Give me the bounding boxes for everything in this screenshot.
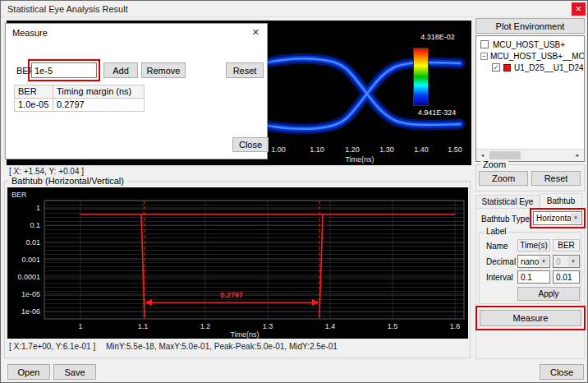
- measure-button[interactable]: Measure: [480, 310, 581, 326]
- name-time-header: Time(s): [517, 239, 550, 251]
- statistical-eye-analysis-window: Statistical Eye Analysis Result ✕ 1.00 1…: [0, 0, 588, 383]
- ber-input[interactable]: [31, 62, 97, 78]
- zoom-group-title: Zoom: [480, 159, 508, 169]
- eye-xtick: 1.00: [271, 145, 286, 154]
- eye-xtick: 1.30: [379, 145, 394, 154]
- checkbox-unchecked[interactable]: [480, 40, 489, 48]
- colorbar-max-label: 4.318E-02: [406, 33, 470, 41]
- tab-bathtub[interactable]: Bathtub: [540, 193, 582, 209]
- zoom-button[interactable]: Zoom: [479, 171, 528, 186]
- measure-dialog-close-button[interactable]: ✕: [252, 27, 260, 38]
- bathtub-minor-gridlines: [44, 201, 464, 319]
- table-cell-ber[interactable]: 1.0e-05: [14, 98, 53, 112]
- eye-cursor-status: [ X: +1.54, Y: +0.04 ]: [9, 167, 84, 176]
- eye-xtick: 1.20: [345, 145, 360, 154]
- scroll-right-icon[interactable]: ►: [572, 150, 584, 161]
- eye-xaxis-label: Time(ns): [345, 155, 374, 164]
- chevron-down-icon: ▼: [571, 213, 581, 224]
- zoom-reset-button[interactable]: Reset: [531, 171, 581, 186]
- bathtub-group-title: Bathtub (Horizontal/Vertical): [9, 176, 126, 186]
- window-titlebar: Statistical Eye Analysis Result ✕: [1, 1, 587, 17]
- bathtub-stats: MinY:5.5e-18, MaxY:5.0e-01, Peak-Peak:5.…: [106, 342, 338, 351]
- colorbar-min-label: 4.941E-324: [402, 108, 471, 117]
- eye-xtick: 1.40: [414, 145, 429, 154]
- interval-ber-input[interactable]: [553, 270, 580, 284]
- reset-button[interactable]: Reset: [226, 62, 264, 78]
- bathtub-ytick: 0.001: [21, 256, 40, 264]
- bathtub-cursor-status: [ X:1.7e+00, Y:6.1e-01 ]: [9, 342, 95, 351]
- tab-statistical-eye[interactable]: Statistical Eye: [475, 195, 540, 209]
- add-button[interactable]: Add: [103, 62, 138, 78]
- bathtub-ytick: 1e-06: [21, 307, 40, 316]
- bathtub-ytick: 1e-05: [21, 290, 40, 298]
- decimal-ber-select: 0 ▼: [553, 255, 580, 268]
- decimal-time-select[interactable]: nano ▼: [517, 255, 550, 268]
- dialog-close-button[interactable]: Close: [232, 137, 269, 152]
- bathtub-xaxis-label: Time(ns): [230, 330, 259, 339]
- bathtub-xtick: 1.5: [388, 322, 398, 330]
- plot-environment-button[interactable]: Plot Environment: [475, 18, 585, 34]
- chevron-down-icon: ▼: [539, 256, 549, 266]
- bathtub-type-select[interactable]: Horizontal ▼: [533, 211, 582, 225]
- window-title: Statistical Eye Analysis Result: [7, 4, 128, 14]
- remove-button[interactable]: Remove: [141, 62, 186, 78]
- bathtub-ytick: 0.0001: [17, 273, 40, 281]
- decimal-label: Decimal: [486, 257, 516, 266]
- close-icon: ✕: [252, 27, 260, 37]
- label-group-title: Label: [484, 227, 508, 236]
- eye-xtick: 1.50: [448, 145, 462, 154]
- eye-xtick: 1.10: [310, 145, 324, 154]
- table-header-ber: BER: [14, 85, 53, 99]
- collapse-expander-icon[interactable]: −: [480, 53, 488, 60]
- bathtub-ytick: 0.1: [30, 221, 40, 229]
- window-close-button[interactable]: ✕: [572, 2, 586, 16]
- tree-item-u1-d25-u1-d24[interactable]: ✓ U1_D25__U1_D24: [476, 62, 584, 73]
- interval-label: Interval: [486, 273, 513, 282]
- name-ber-header: BER: [553, 239, 580, 251]
- bathtub-yaxis-label: BER: [11, 191, 27, 199]
- signal-tree: MCU_HOST_USB+ − MCU_HOST_USB+__MCU_HO ✓ …: [475, 35, 585, 162]
- check-icon: ✓: [493, 63, 499, 72]
- bathtub-xtick: 1.4: [325, 322, 336, 330]
- scrollbar-thumb[interactable]: [489, 151, 521, 159]
- bathtub-ytick: 0.01: [25, 238, 40, 247]
- tree-item-mcu-host-usb-pair[interactable]: − MCU_HOST_USB+__MCU_HO: [476, 51, 584, 62]
- measure-dialog: Measure ✕ BER Add Remove Reset BER Timin…: [5, 23, 268, 159]
- interval-time-input[interactable]: [517, 270, 550, 284]
- bathtub-xtick: 1: [78, 322, 82, 330]
- open-button[interactable]: Open: [7, 364, 50, 380]
- bathtub-xtick: 1.3: [263, 322, 273, 330]
- checkbox-checked[interactable]: ✓: [492, 63, 500, 72]
- chevron-down-icon: ▼: [568, 256, 578, 266]
- trace-color-swatch: [503, 64, 511, 72]
- save-button[interactable]: Save: [53, 364, 96, 380]
- table-header-timing-margin: Timing margin (ns): [53, 85, 145, 99]
- window-footer-close-button[interactable]: Close: [540, 364, 584, 380]
- bathtub-xtick: 1.1: [138, 322, 149, 330]
- bathtub-xtick: 1.6: [450, 322, 461, 330]
- bathtub-xtick: 1.2: [200, 322, 211, 330]
- tree-item-mcu-host-usb[interactable]: MCU_HOST_USB+: [476, 39, 584, 50]
- bathtub-plot[interactable]: 0.2797 BER 1 0.1 0.01 0.001 0.0001 1e-05…: [7, 187, 468, 339]
- close-icon: ✕: [576, 5, 582, 13]
- name-label: Name: [486, 242, 508, 251]
- bathtub-type-label: Bathtub Type: [481, 215, 530, 224]
- apply-button[interactable]: Apply: [517, 287, 580, 301]
- measure-dialog-title: Measure: [12, 28, 48, 38]
- bathtub-ytick: 1: [36, 204, 40, 212]
- table-cell-timing-margin[interactable]: 0.2797: [53, 98, 145, 112]
- label-group: Name Time(s) BER Decimal nano ▼ 0 ▼ Inte…: [479, 232, 581, 304]
- eye-colorbar: [413, 48, 429, 106]
